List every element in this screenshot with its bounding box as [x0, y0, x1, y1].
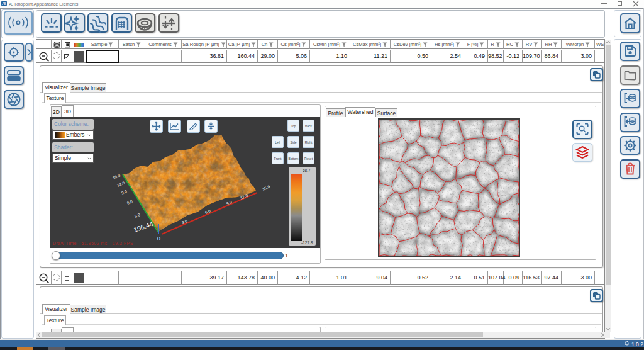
svg-text:15.9: 15.9: [262, 184, 271, 191]
svg-text:6.0: 6.0: [126, 199, 133, 205]
svg-text:196.44: 196.44: [133, 220, 154, 234]
svg-text:12.0: 12.0: [116, 181, 126, 188]
svg-text:9.0: 9.0: [226, 200, 233, 206]
svg-text:3.0: 3.0: [134, 212, 141, 218]
svg-text:15.0: 15.0: [112, 173, 121, 180]
svg-text:0: 0: [157, 235, 160, 242]
svg-text:9.0: 9.0: [121, 189, 128, 195]
svg-text:Draw Time : 51.9502 ms - 19.: Draw Time : 51.9502 ms - 19.3 FPS: [53, 241, 133, 246]
